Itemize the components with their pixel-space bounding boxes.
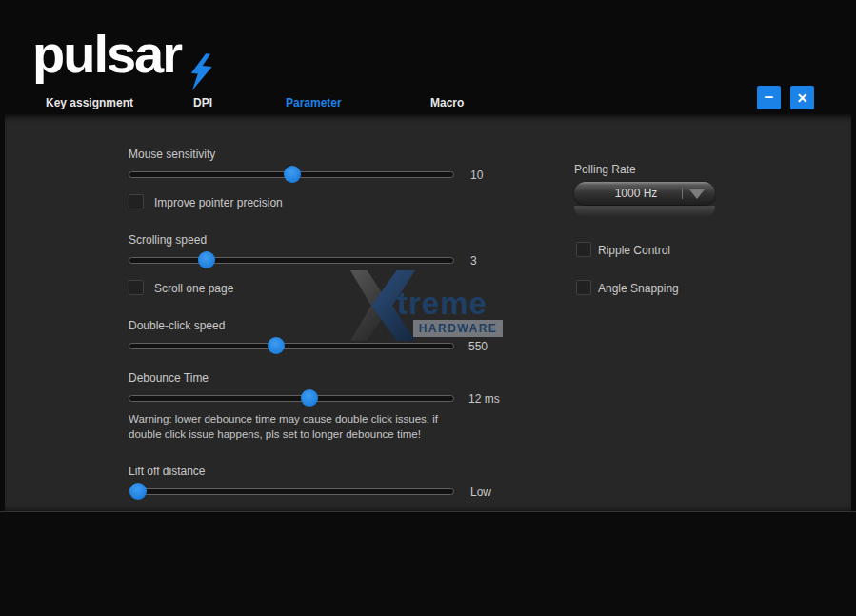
logo-text: pulsar	[32, 24, 181, 84]
debounce-warning-text: Warning: lower debounce time may cause d…	[129, 411, 462, 443]
close-button[interactable]: ✕	[790, 86, 814, 109]
mouse-sensitivity-label: Mouse sensitivity	[129, 148, 215, 161]
polling-rate-value: 1000 Hz	[615, 187, 658, 200]
double-click-speed-slider[interactable]	[129, 337, 454, 354]
mouse-sensitivity-slider[interactable]	[129, 166, 454, 183]
slider-track[interactable]	[129, 488, 454, 495]
double-click-speed-value: 550	[468, 340, 488, 353]
lightning-bolt-icon	[188, 53, 216, 91]
close-icon: ✕	[797, 90, 808, 106]
debounce-time-slider[interactable]	[129, 389, 454, 407]
lift-off-distance-slider[interactable]	[129, 483, 454, 500]
debounce-time-value: 12 ms	[468, 392, 500, 406]
scrolling-speed-value: 3	[470, 254, 477, 268]
slider-thumb[interactable]	[129, 483, 147, 500]
polling-rate-dropdown[interactable]: 1000 Hz	[574, 182, 715, 205]
pulsar-app-window: pulsar Key assignment DPI Parameter Macr…	[0, 0, 856, 616]
slider-track[interactable]	[129, 395, 454, 402]
slider-thumb[interactable]	[301, 389, 318, 407]
scrolling-speed-slider[interactable]	[129, 251, 454, 268]
tab-dpi[interactable]: DPI	[193, 96, 212, 109]
angle-snapping-label: Angle Snapping	[598, 282, 679, 295]
slider-thumb[interactable]	[268, 337, 285, 354]
footer-bar: Profile Profile1 Restore Save EULA www.p…	[0, 511, 856, 616]
debounce-time-label: Debounce Time	[129, 371, 209, 385]
improve-pointer-precision-checkbox[interactable]	[129, 194, 144, 209]
polling-rate-label: Polling Rate	[574, 163, 636, 176]
slider-track[interactable]	[129, 257, 454, 264]
scroll-one-page-checkbox[interactable]	[129, 280, 144, 295]
lift-off-distance-value: Low	[470, 486, 491, 499]
double-click-speed-label: Double-click speed	[129, 319, 225, 332]
pulsar-logo: pulsar	[32, 25, 181, 91]
tab-key-assignment[interactable]: Key assignment	[46, 96, 133, 109]
tab-macro[interactable]: Macro	[430, 96, 464, 109]
slider-thumb[interactable]	[284, 166, 301, 183]
slider-track[interactable]	[129, 343, 454, 349]
scrolling-speed-label: Scrolling speed	[129, 233, 207, 247]
minimize-icon: −	[765, 89, 774, 108]
ripple-control-checkbox[interactable]	[576, 242, 591, 257]
tab-parameter[interactable]: Parameter	[286, 96, 342, 109]
ripple-control-label: Ripple Control	[598, 244, 670, 257]
scroll-one-page-label: Scroll one page	[154, 282, 233, 295]
chevron-down-icon	[689, 189, 705, 199]
dropdown-separator	[682, 188, 683, 199]
lift-off-distance-label: Lift off distance	[129, 465, 206, 478]
minimize-button[interactable]: −	[757, 86, 781, 109]
angle-snapping-checkbox[interactable]	[576, 280, 591, 295]
improve-pointer-precision-label: Improve pointer precision	[154, 196, 283, 209]
slider-thumb[interactable]	[198, 251, 215, 268]
title-bar: pulsar Key assignment DPI Parameter Macr…	[0, 0, 856, 114]
mouse-sensitivity-value: 10	[470, 169, 483, 182]
